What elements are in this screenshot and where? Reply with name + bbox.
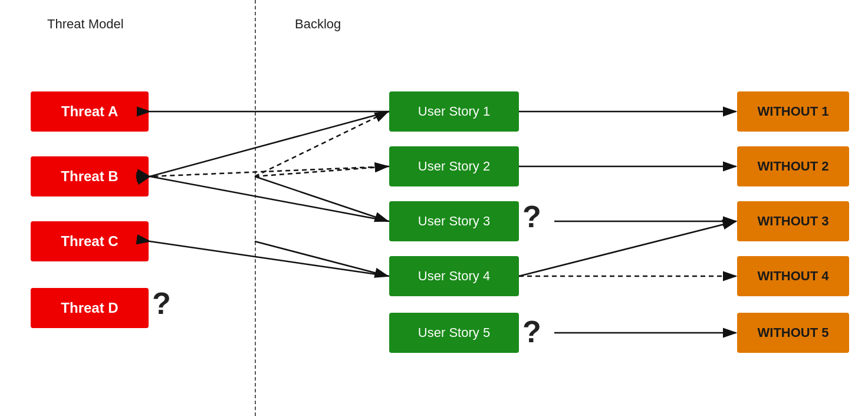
story-5-box: User Story 5 [389, 313, 519, 353]
story-4-box: User Story 4 [389, 256, 519, 296]
without-5-box: WITHOUT 5 [737, 313, 849, 353]
threat-b-box: Threat B [31, 156, 149, 196]
threat-d-qmark: ? [152, 288, 171, 319]
arrow-story2-to-threatB-dashed [150, 166, 389, 176]
story-2-box: User Story 2 [389, 146, 519, 186]
without-2-box: WITHOUT 2 [737, 146, 849, 186]
header-backlog: Backlog [295, 17, 341, 32]
arrow-dashed-to-story1 [255, 112, 388, 176]
column-divider [255, 0, 256, 416]
story-1-box: User Story 1 [389, 91, 519, 132]
without-3-box: WITHOUT 3 [737, 201, 849, 241]
arrow-solid-to-story4 [255, 241, 388, 276]
arrow-story4-to-threatC [150, 241, 389, 276]
arrow-story4-to-without3 [519, 221, 736, 276]
story-3-qmark: ? [522, 201, 541, 232]
threat-d-box: Threat D [31, 288, 149, 328]
diagram-container: Threat Model Backlog Threat A Threat B T… [0, 0, 868, 416]
header-threat-model: Threat Model [47, 17, 124, 32]
arrow-solid-to-story3 [255, 176, 388, 221]
threat-c-box: Threat C [31, 221, 149, 261]
arrow-dashed-to-story2 [255, 166, 388, 176]
without-4-box: WITHOUT 4 [737, 256, 849, 296]
story-3-box: User Story 3 [389, 201, 519, 241]
story-5-qmark: ? [522, 316, 541, 347]
arrow-story1-to-threatB [150, 112, 389, 176]
arrow-story3-to-threatB [150, 176, 389, 221]
without-1-box: WITHOUT 1 [737, 91, 849, 132]
threat-a-box: Threat A [31, 91, 149, 132]
